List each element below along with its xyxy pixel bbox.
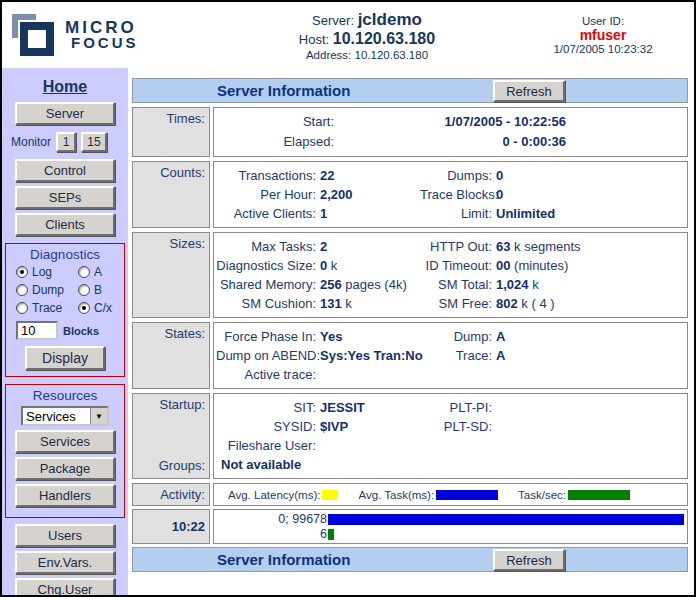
server-button[interactable]: Server bbox=[15, 102, 115, 125]
chevron-down-icon[interactable]: ▼ bbox=[90, 408, 107, 424]
server-name: jcldemo bbox=[358, 10, 422, 29]
tasksec-swatch-icon bbox=[568, 490, 630, 500]
startup-section-label: Startup: bbox=[137, 397, 205, 412]
sizes-section: Sizes: Max Tasks:2 HTTP Out:63 k segment… bbox=[132, 232, 688, 318]
resources-select[interactable]: Services ▼ bbox=[21, 406, 109, 426]
page-header: MICRO FOCUS Server: jcldemo Host: 10.120… bbox=[2, 2, 694, 68]
avg-task-bar bbox=[328, 514, 684, 525]
refresh-button-top[interactable]: Refresh bbox=[493, 80, 565, 102]
resources-title: Resources bbox=[8, 388, 122, 403]
radio-icon[interactable] bbox=[78, 266, 90, 278]
diagnostics-panel: Diagnostics Log A Dump B bbox=[5, 243, 125, 377]
logo-text-line2: FOCUS bbox=[71, 36, 139, 50]
top-title-bar: Server Information Refresh bbox=[132, 78, 688, 103]
address-label: Address: bbox=[306, 49, 351, 61]
microfocus-logo: MICRO FOCUS bbox=[12, 12, 182, 58]
times-section: Times: Start:1/07/2005 - 10:22:56 Elapse… bbox=[132, 107, 688, 157]
radio-trace[interactable]: Trace bbox=[16, 301, 78, 315]
page-title: Server Information bbox=[133, 82, 350, 99]
radio-icon[interactable] bbox=[16, 302, 28, 314]
sample-time-label: 10:22 bbox=[132, 509, 210, 544]
tasksec-legend-label: Task/sec: bbox=[518, 489, 566, 501]
display-button[interactable]: Display bbox=[25, 346, 105, 370]
resources-select-value: Services bbox=[23, 408, 90, 424]
activity-section-label: Activity: bbox=[132, 483, 210, 506]
startup-section: Startup: Groups: SIT:JESSITPLT-PI: SYSID… bbox=[132, 393, 688, 479]
task-per-sec-bar bbox=[328, 529, 334, 540]
refresh-button-bottom[interactable]: Refresh bbox=[493, 549, 565, 571]
latency-task-values: 0; 99678 bbox=[216, 513, 328, 526]
radio-a[interactable]: A bbox=[78, 265, 124, 279]
address-value: 10.120.63.180 bbox=[355, 49, 429, 61]
radio-cx[interactable]: C/x bbox=[78, 301, 124, 315]
host-label: Host: bbox=[299, 32, 329, 47]
monitor-row: Monitor 1 15 bbox=[2, 129, 128, 155]
elapsed-label: Elapsed: bbox=[216, 132, 338, 152]
monitor-label: Monitor bbox=[11, 135, 51, 149]
counts-section-label: Counts: bbox=[132, 161, 210, 228]
start-label: Start: bbox=[216, 112, 338, 132]
login-timestamp: 1/07/2005 10:23:32 bbox=[524, 43, 682, 55]
server-identity: Server: jcldemo Host: 10.120.63.180 Addr… bbox=[210, 10, 524, 61]
users-button[interactable]: Users bbox=[15, 524, 115, 547]
seps-button[interactable]: SEPs bbox=[15, 186, 115, 209]
radio-log[interactable]: Log bbox=[16, 265, 78, 279]
times-section-label: Times: bbox=[132, 107, 210, 157]
user-info: User ID: mfuser 1/07/2005 10:23:32 bbox=[524, 15, 682, 55]
clients-button[interactable]: Clients bbox=[15, 213, 115, 236]
main-content: Server Information Refresh Times: Start:… bbox=[128, 68, 694, 595]
radio-dump[interactable]: Dump bbox=[16, 283, 78, 297]
sizes-section-label: Sizes: bbox=[132, 232, 210, 318]
user-id-value: mfuser bbox=[524, 27, 682, 43]
envvars-button[interactable]: Env.Vars. bbox=[15, 551, 115, 574]
groups-value: Not available bbox=[216, 455, 685, 474]
monitor-15-button[interactable]: 15 bbox=[81, 132, 107, 152]
blocks-label: Blocks bbox=[63, 325, 99, 337]
monitor-1-button[interactable]: 1 bbox=[56, 132, 76, 152]
sidebar: Home Server Monitor 1 15 Control SEPs Cl… bbox=[2, 68, 128, 595]
activity-sample-row: 10:22 0; 99678 6 bbox=[132, 509, 688, 544]
elapsed-value: 0 - 0:00:36 bbox=[338, 132, 566, 152]
radio-b[interactable]: B bbox=[78, 283, 124, 297]
package-button[interactable]: Package bbox=[15, 457, 115, 480]
server-label: Server: bbox=[312, 13, 354, 28]
chguser-button[interactable]: Chg.User bbox=[15, 578, 115, 597]
diagnostics-title: Diagnostics bbox=[8, 247, 122, 262]
groups-section-label: Groups: bbox=[137, 458, 205, 473]
bottom-title-bar: Server Information Refresh bbox=[132, 547, 688, 572]
handlers-button[interactable]: Handlers bbox=[15, 484, 115, 507]
radio-icon[interactable] bbox=[78, 284, 90, 296]
task-legend-label: Avg. Task(ms): bbox=[358, 489, 434, 501]
home-link[interactable]: Home bbox=[2, 78, 128, 96]
user-id-label: User ID: bbox=[524, 15, 682, 27]
blocks-input[interactable] bbox=[16, 321, 58, 340]
microfocus-logo-icon bbox=[12, 12, 58, 58]
counts-section: Counts: Transactions:22Dumps:0 Per Hour:… bbox=[132, 161, 688, 228]
task-swatch-icon bbox=[436, 490, 498, 500]
tasks-per-sec-value: 6 bbox=[216, 528, 328, 541]
host-value: 10.120.63.180 bbox=[333, 30, 435, 47]
radio-icon[interactable] bbox=[78, 302, 90, 314]
services-button[interactable]: Services bbox=[15, 430, 115, 453]
radio-icon[interactable] bbox=[16, 284, 28, 296]
activity-section: Activity: Avg. Latency(ms): Avg. Task(ms… bbox=[132, 483, 688, 506]
states-section-label: States: bbox=[132, 322, 210, 389]
latency-legend-label: Avg. Latency(ms): bbox=[228, 489, 320, 501]
bottom-page-title: Server Information bbox=[133, 551, 350, 568]
radio-icon[interactable] bbox=[16, 266, 28, 278]
start-value: 1/07/2005 - 10:22:56 bbox=[338, 112, 566, 132]
latency-swatch-icon bbox=[322, 490, 338, 500]
resources-panel: Resources Services ▼ Services Package Ha… bbox=[5, 384, 125, 518]
control-button[interactable]: Control bbox=[15, 159, 115, 182]
states-section: States: Force Phase In:YesDump:A Dump on… bbox=[132, 322, 688, 389]
